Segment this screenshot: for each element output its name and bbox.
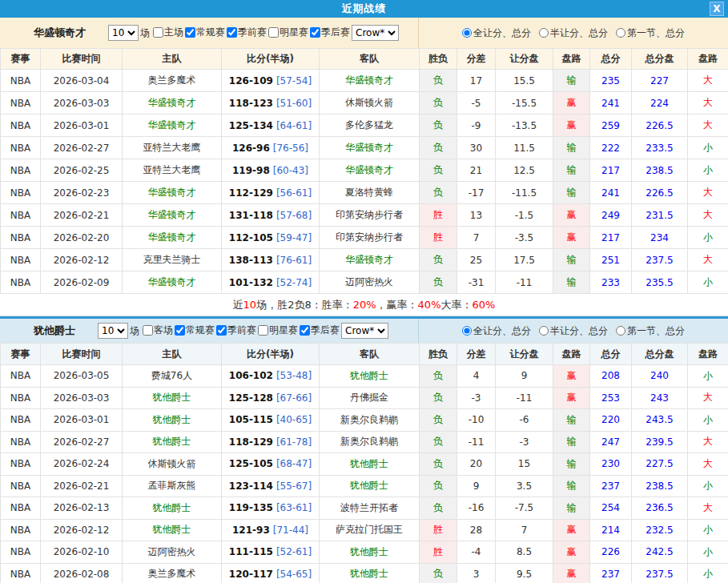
home-team-cell: 迈阿密热火 (123, 541, 222, 564)
radio-input[interactable] (539, 28, 549, 38)
date-cell: 2026-02-08 (41, 563, 123, 583)
bookmaker-select[interactable]: Crow* (352, 25, 399, 41)
filter-checkbox[interactable]: 季后赛 (298, 324, 340, 337)
result-cell: 负 (420, 431, 457, 453)
handicap-cell: -11 (496, 387, 553, 409)
column-header: 主队 (123, 49, 222, 70)
total-line-cell: 242.5 (632, 541, 688, 564)
total-line-cell: 226.5 (632, 182, 688, 204)
home-team-cell: 犹他爵士 (123, 409, 222, 432)
checkbox-label: 客场 (154, 324, 173, 337)
games-count-select[interactable]: 10 (108, 25, 139, 41)
checkbox-input[interactable] (153, 27, 163, 38)
radio-input[interactable] (462, 28, 472, 38)
handicap-cell: -13.5 (496, 115, 553, 137)
games-count-select[interactable]: 10 (98, 323, 128, 339)
checkbox-input[interactable] (185, 27, 195, 38)
half-score: [54-65] (276, 569, 312, 580)
radio-input[interactable] (462, 326, 472, 336)
away-team-cell: 华盛顿奇才 (320, 137, 420, 159)
checkbox-input[interactable] (143, 325, 153, 336)
score-cell: 118-129[61-78] (222, 431, 320, 453)
radio-input[interactable] (616, 28, 625, 38)
final-score: 126-96 (232, 143, 270, 154)
total-cell: 254 (590, 497, 632, 520)
checkbox-input[interactable] (216, 325, 227, 336)
handicap-cell: 15.5 (496, 70, 553, 92)
stat-mode-radio[interactable]: 全让分、总分 (462, 324, 531, 338)
stat-mode-radios: 全让分、总分半让分、总分第一节、总分 (419, 18, 728, 48)
result-cell: 负 (420, 475, 457, 497)
checkbox-input[interactable] (300, 325, 310, 336)
filter-checkbox[interactable]: 明星赛 (267, 26, 308, 39)
game-row: NBA2026-02-12犹他爵士121-93[71-44]萨克拉门托国王胜28… (1, 519, 728, 541)
home-team-cell: 犹他爵士 (123, 519, 222, 541)
column-header: 客队 (320, 49, 420, 70)
radio-input[interactable] (539, 326, 549, 336)
league-cell: NBA (1, 409, 41, 432)
checkbox-label: 季后赛 (311, 324, 340, 337)
half-score: [56-61] (276, 187, 312, 199)
stat-mode-radio[interactable]: 全让分、总分 (462, 26, 531, 40)
result-cell: 负 (420, 271, 457, 294)
total-cell: 247 (590, 431, 632, 453)
radio-input[interactable] (616, 326, 625, 336)
column-header: 客队 (320, 344, 420, 365)
bookmaker-select[interactable]: Crow* (341, 323, 388, 339)
filter-checkbox[interactable]: 常规赛 (173, 324, 215, 337)
date-cell: 2026-02-21 (41, 475, 123, 497)
half-score: [67-66] (276, 392, 312, 404)
handicap-cell: 17.5 (496, 249, 553, 271)
team-section-jazz: 犹他爵士 10 场 客场常规赛季前赛明星赛季后赛 Crow* 全让分、总分半让分… (0, 316, 728, 583)
diff-cell: -9 (457, 115, 496, 137)
column-header: 总分盘 (632, 344, 688, 365)
result-cell: 负 (420, 497, 457, 520)
filter-checkbox[interactable]: 季前赛 (225, 26, 267, 39)
stat-mode-radio[interactable]: 第一节、总分 (616, 324, 685, 338)
checkbox-input[interactable] (310, 27, 320, 38)
filter-checkbox[interactable]: 季后赛 (308, 26, 350, 39)
handicap-cell: -11.5 (496, 182, 553, 204)
final-score: 101-132 (229, 277, 273, 288)
half-score: [68-47] (276, 458, 312, 469)
result-cell: 负 (420, 249, 457, 271)
column-header: 比赛时间 (41, 49, 123, 70)
total-cell: 241 (590, 92, 632, 115)
close-button[interactable]: X (710, 2, 724, 16)
total-cell: 237 (590, 563, 632, 583)
total-line-cell: 226.5 (632, 115, 688, 137)
filter-checkbox[interactable]: 季前赛 (215, 324, 256, 337)
summary-part: 10 (243, 299, 257, 311)
handicap-result-cell: 输 (553, 137, 590, 159)
total-line-cell: 237.5 (632, 249, 688, 271)
handicap-cell: -1.5 (496, 204, 553, 227)
total-cell: 214 (590, 519, 632, 541)
game-row: NBA2026-02-10迈阿密热火111-115[52-61]犹他爵士胜-48… (1, 541, 728, 564)
result-cell: 负 (420, 453, 457, 476)
checkbox-input[interactable] (227, 27, 237, 38)
stat-mode-radio[interactable]: 半让分、总分 (539, 324, 608, 338)
checkbox-input[interactable] (268, 27, 279, 38)
stat-mode-radio[interactable]: 半让分、总分 (539, 26, 608, 40)
game-row: NBA2026-03-03犹他爵士125-128[67-66]丹佛掘金负-3-1… (1, 387, 728, 409)
final-score: 138-113 (229, 255, 273, 266)
column-header: 主队 (123, 344, 222, 365)
total-result-cell: 小 (688, 541, 728, 564)
filter-checkbox[interactable]: 常规赛 (183, 26, 225, 39)
checkbox-input[interactable] (258, 325, 268, 336)
checkbox-input[interactable] (175, 325, 185, 336)
filter-checkbox[interactable]: 客场 (141, 324, 173, 337)
stat-mode-radio[interactable]: 第一节、总分 (616, 26, 685, 40)
league-cell: NBA (1, 387, 41, 409)
filter-checkboxes: 主场常规赛季前赛明星赛季后赛 (151, 26, 350, 40)
checkbox-label: 季前赛 (227, 324, 256, 337)
total-result-cell: 大 (688, 453, 728, 476)
away-team-cell: 华盛顿奇才 (320, 70, 420, 92)
total-result-cell: 小 (688, 271, 728, 294)
filter-checkbox[interactable]: 明星赛 (256, 324, 298, 337)
away-team-cell: 印第安纳步行者 (320, 227, 420, 249)
result-cell: 胜 (420, 227, 457, 249)
filter-checkbox[interactable]: 主场 (151, 26, 183, 39)
team-name-label: 华盛顿奇才 (34, 26, 86, 40)
date-cell: 2026-02-23 (41, 182, 123, 204)
